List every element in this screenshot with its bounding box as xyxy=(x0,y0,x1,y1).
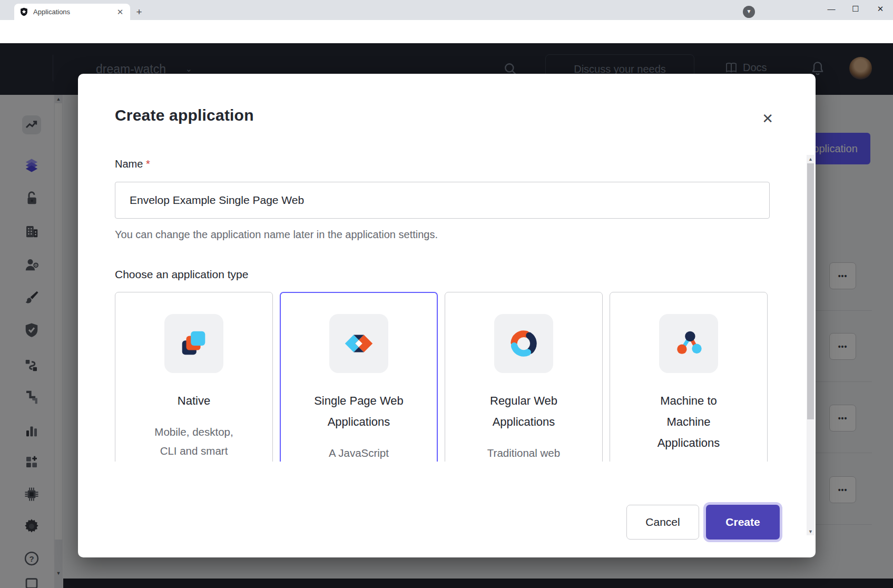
card-desc-line: Traditional web xyxy=(487,444,560,462)
card-regular-web[interactable]: Regular Web Applications Traditional web xyxy=(445,292,603,462)
window-minimize-button[interactable]: — xyxy=(822,2,840,16)
tab-close-icon[interactable]: ✕ xyxy=(115,7,125,17)
application-type-label: Choose an application type xyxy=(115,268,771,281)
new-tab-button[interactable]: + xyxy=(133,6,145,19)
card-title: Single Page Web Applications xyxy=(302,390,416,433)
tab-title: Applications xyxy=(33,8,115,16)
browser-toolbar: ← → ⟳ 🔒 manage.auth0.com/dashboard/eu/dr… xyxy=(0,20,893,43)
modal-footer: Cancel Create xyxy=(78,484,816,557)
regular-web-icon-tile xyxy=(494,314,553,373)
card-description: A JavaScript xyxy=(329,444,389,462)
auth0-favicon-icon xyxy=(19,7,28,16)
modal-scrollbar[interactable]: ▲ ▼ xyxy=(807,155,815,535)
name-helper-text: You can change the application name late… xyxy=(115,229,771,241)
window-maximize-button[interactable]: ☐ xyxy=(847,2,865,16)
m2m-icon-tile xyxy=(659,314,718,373)
card-desc-line: Mobile, desktop, xyxy=(154,423,233,442)
spa-icon-tile xyxy=(329,314,388,373)
regular-web-app-icon xyxy=(507,327,540,360)
native-icon-tile xyxy=(164,314,223,373)
card-desc-line: CLI and smart xyxy=(154,442,233,460)
card-description: Mobile, desktop, CLI and smart xyxy=(154,423,233,460)
modal-scroll-up-icon[interactable]: ▲ xyxy=(807,156,815,162)
window-close-button[interactable]: ✕ xyxy=(871,2,889,16)
card-title: Machine to Machine Applications xyxy=(652,390,725,454)
card-title: Native xyxy=(178,390,210,411)
card-machine-to-machine[interactable]: Machine to Machine Applications xyxy=(610,292,768,462)
machine-to-machine-icon xyxy=(672,327,705,360)
card-single-page-web[interactable]: Single Page Web Applications A JavaScrip… xyxy=(280,292,438,462)
card-title: Regular Web Applications xyxy=(467,390,581,433)
browser-tab[interactable]: Applications ✕ xyxy=(14,4,130,20)
single-page-app-icon xyxy=(342,327,375,360)
modal-scroll-area: Name * You can change the application na… xyxy=(78,154,808,462)
create-button[interactable]: Create xyxy=(706,505,780,540)
name-label: Name * xyxy=(115,158,771,170)
native-app-icon xyxy=(178,327,210,360)
browser-tab-strip: Applications ✕ + ▼ — ☐ ✕ xyxy=(0,0,893,20)
cancel-button[interactable]: Cancel xyxy=(626,505,699,540)
card-description: Traditional web xyxy=(487,444,560,462)
application-name-input[interactable] xyxy=(115,182,770,219)
name-label-text: Name xyxy=(115,158,143,170)
modal-scrollbar-thumb[interactable] xyxy=(807,163,814,419)
card-desc-line: A JavaScript xyxy=(329,444,389,462)
application-type-cards: Native Mobile, desktop, CLI and smart xyxy=(115,292,771,462)
card-native[interactable]: Native Mobile, desktop, CLI and smart xyxy=(115,292,273,462)
modal-close-icon[interactable]: ✕ xyxy=(762,112,773,125)
required-asterisk: * xyxy=(146,158,150,170)
tab-search-icon[interactable]: ▼ xyxy=(743,6,755,18)
modal-title: Create application xyxy=(115,106,254,124)
create-application-modal: Create application ✕ Name * You can chan… xyxy=(78,74,816,557)
